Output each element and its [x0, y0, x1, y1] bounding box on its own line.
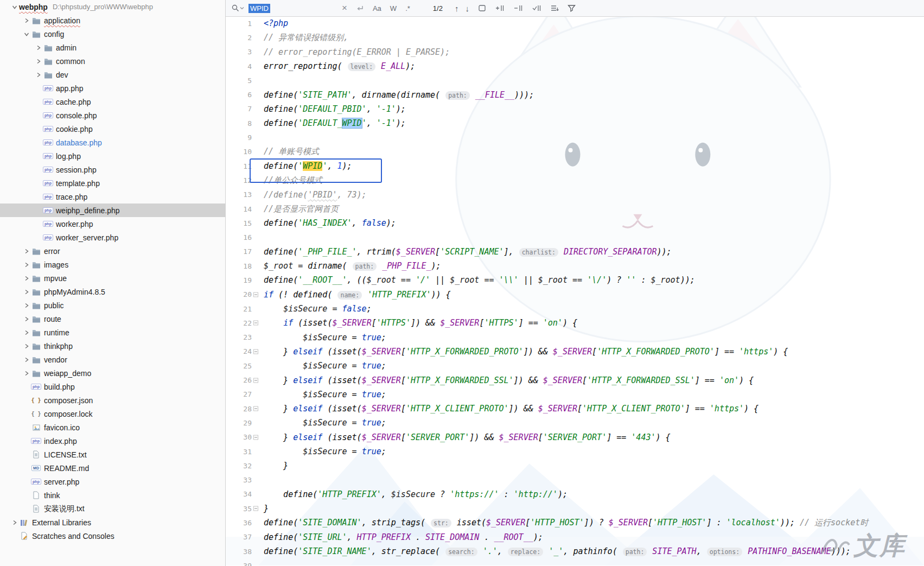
tree-root[interactable]: webphp D:\phpstudy_pro\WWW\webphp — [0, 0, 225, 14]
tree-item-index-php[interactable]: phpindex.php — [0, 434, 225, 448]
code-line-11[interactable]: 11define('WPID', 1); — [226, 159, 924, 173]
code-line-18[interactable]: 18$_root = dirname( path: _PHP_FILE_); — [226, 259, 924, 273]
tree-item-composer-lock[interactable]: { }composer.lock — [0, 407, 225, 421]
code-line-3[interactable]: 3// error_reporting(E_ERROR | E_PARSE); — [226, 45, 924, 59]
code-line-9[interactable]: 9 — [226, 130, 924, 144]
remove-occurrence-button[interactable] — [513, 4, 523, 12]
code-line-28[interactable]: 28 } elseif (isset($_SERVER['HTTP_X_CLIE… — [226, 402, 924, 416]
code-line-5[interactable]: 5 — [226, 73, 924, 87]
find-in-selection-button[interactable] — [478, 4, 486, 12]
chevron-right-icon[interactable] — [10, 519, 19, 526]
code-line-13[interactable]: 13//define('PBID', 73); — [226, 188, 924, 202]
tree-item-weiphp-define-php[interactable]: phpweiphp_define.php — [0, 203, 225, 217]
close-icon[interactable]: × — [342, 3, 347, 14]
tree-item-session-php[interactable]: phpsession.php — [0, 163, 225, 176]
tree-item-readme-md[interactable]: MDREADME.md — [0, 461, 225, 475]
tree-item-console-php[interactable]: phpconsole.php — [0, 109, 225, 122]
tree-item-application[interactable]: application — [0, 14, 225, 27]
tree-item-worker-server-php[interactable]: phpworker_server.php — [0, 231, 225, 244]
code-line-33[interactable]: 33 — [226, 473, 924, 487]
code-line-15[interactable]: 15define('HAS_INDEX', false); — [226, 216, 924, 230]
add-occurrence-button[interactable] — [495, 4, 505, 12]
code-line-26[interactable]: 26 } elseif (isset($_SERVER['HTTP_X_FORW… — [226, 373, 924, 387]
fold-marker-icon[interactable] — [253, 349, 258, 354]
tree-item-vendor[interactable]: vendor — [0, 353, 225, 366]
tree-item-mpvue[interactable]: mpvue — [0, 271, 225, 285]
tree-item-build-php[interactable]: phpbuild.php — [0, 380, 225, 393]
code-line-20[interactable]: 20if (! defined( name: 'HTTP_PREFIX')) { — [226, 288, 924, 302]
tree-item-license-txt[interactable]: LICENSE.txt — [0, 448, 225, 461]
search-input[interactable]: WPID — [248, 4, 340, 12]
chevron-right-icon[interactable] — [22, 248, 31, 255]
search-icon[interactable] — [231, 4, 244, 12]
code-line-6[interactable]: 6define('SITE_PATH', dirname(dirname( pa… — [226, 87, 924, 101]
code-line-38[interactable]: 38define('SITE_DIR_NAME', str_replace( s… — [226, 544, 924, 558]
code-line-31[interactable]: 31 $isSecure = true; — [226, 444, 924, 459]
tree-item-weiapp-demo[interactable]: weiapp_demo — [0, 366, 225, 380]
fold-marker-icon[interactable] — [253, 435, 258, 440]
chevron-down-icon[interactable] — [22, 31, 31, 37]
code-line-2[interactable]: 2// 异常错误报错级别, — [226, 30, 924, 44]
tree-item-dev[interactable]: dev — [0, 68, 225, 81]
fold-marker-icon[interactable] — [253, 292, 258, 297]
code-line-14[interactable]: 14//是否显示官网首页 — [226, 202, 924, 216]
code-line-8[interactable]: 8define('DEFAULT_WPID', '-1'); — [226, 116, 924, 130]
match-case-button[interactable]: Aa — [373, 4, 381, 12]
chevron-right-icon[interactable] — [34, 72, 43, 78]
chevron-right-icon[interactable] — [22, 17, 31, 24]
chevron-down-icon[interactable] — [10, 4, 19, 10]
tree-item-external-libraries[interactable]: External Libraries — [0, 516, 225, 529]
tree-item-worker-php[interactable]: phpworker.php — [0, 217, 225, 231]
chevron-right-icon[interactable] — [22, 370, 31, 377]
fold-marker-icon[interactable] — [253, 506, 258, 511]
chevron-right-icon[interactable] — [22, 343, 31, 349]
tree-item-cookie-php[interactable]: phpcookie.php — [0, 122, 225, 136]
tree-item-error[interactable]: error — [0, 244, 225, 258]
code-line-25[interactable]: 25 $isSecure = true; — [226, 359, 924, 373]
tree-item-database-php[interactable]: phpdatabase.php — [0, 136, 225, 149]
tree-item-favicon-ico[interactable]: favicon.ico — [0, 421, 225, 434]
tree-item-config[interactable]: config — [0, 27, 225, 41]
code-line-34[interactable]: 34 define('HTTP_PREFIX', $isSecure ? 'ht… — [226, 487, 924, 501]
select-all-occurrences-button[interactable] — [532, 4, 541, 12]
fold-marker-icon[interactable] — [253, 321, 258, 326]
code-line-7[interactable]: 7define('DEFAULT_PBID', '-1'); — [226, 102, 924, 116]
chevron-right-icon[interactable] — [22, 262, 31, 268]
tree-item-admin[interactable]: admin — [0, 41, 225, 54]
tree-item-scratches-and-consoles[interactable]: Scratches and Consoles — [0, 529, 225, 543]
code-line-24[interactable]: 24 } elseif (isset($_SERVER['HTTP_X_FORW… — [226, 345, 924, 359]
code-editor[interactable]: 1<?php2// 异常错误报错级别,3// error_reporting(E… — [226, 16, 924, 566]
tree-item-think[interactable]: think — [0, 488, 225, 502]
code-line-22[interactable]: 22 if (isset($_SERVER['HTTPS']) && $_SER… — [226, 316, 924, 330]
tree-item-thinkphp[interactable]: thinkphp — [0, 339, 225, 353]
chevron-right-icon[interactable] — [22, 329, 31, 336]
code-line-10[interactable]: 10// 单账号模式 — [226, 145, 924, 159]
code-line-37[interactable]: 37define('SITE_URL', HTTP_PREFIX . SITE_… — [226, 530, 924, 544]
tree-item-log-php[interactable]: phplog.php — [0, 149, 225, 163]
filter-lines-button[interactable] — [550, 4, 559, 12]
tree-item-common[interactable]: common — [0, 54, 225, 68]
code-line-29[interactable]: 29 $isSecure = true; — [226, 416, 924, 430]
fold-marker-icon[interactable] — [253, 378, 258, 383]
code-line-17[interactable]: 17define('_PHP_FILE_', rtrim($_SERVER['S… — [226, 245, 924, 259]
code-line-39[interactable]: 39 — [226, 558, 924, 566]
tree-item-trace-php[interactable]: phptrace.php — [0, 190, 225, 203]
tree-item-images[interactable]: images — [0, 258, 225, 271]
tree-item-app-php[interactable]: phpapp.php — [0, 81, 225, 95]
chevron-right-icon[interactable] — [22, 275, 31, 282]
tree-item-runtime[interactable]: runtime — [0, 326, 225, 339]
tree-item-phpmyadmin4-8-5[interactable]: phpMyAdmin4.8.5 — [0, 285, 225, 298]
tree-item-安装说明-txt[interactable]: 安装说明.txt — [0, 502, 225, 516]
tree-item-route[interactable]: route — [0, 312, 225, 326]
tree-item-template-php[interactable]: phptemplate.php — [0, 176, 225, 190]
chevron-right-icon[interactable] — [22, 302, 31, 309]
search-filter-icon[interactable] — [568, 4, 576, 12]
chevron-right-icon[interactable] — [22, 357, 31, 363]
code-line-35[interactable]: 35} — [226, 501, 924, 516]
code-line-30[interactable]: 30 } elseif (isset($_SERVER['SERVER_PORT… — [226, 430, 924, 444]
code-line-19[interactable]: 19define('__ROOT__', (($_root == '/' || … — [226, 273, 924, 287]
code-line-23[interactable]: 23 $isSecure = true; — [226, 330, 924, 345]
code-line-36[interactable]: 36define('SITE_DOMAIN', strip_tags( str:… — [226, 516, 924, 530]
tree-item-public[interactable]: public — [0, 298, 225, 312]
code-line-4[interactable]: 4error_reporting( level: E_ALL); — [226, 59, 924, 73]
